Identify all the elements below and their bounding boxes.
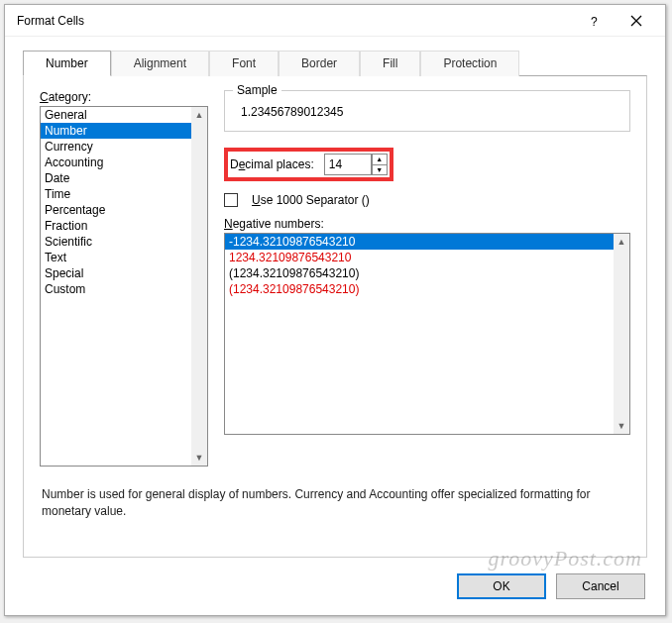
negative-format-item[interactable]: -1234.32109876543210 (225, 234, 614, 250)
category-item[interactable]: Percentage (41, 202, 191, 218)
scroll-track[interactable] (614, 250, 629, 418)
decimal-spinner[interactable]: ▲ ▼ (372, 154, 388, 175)
scroll-down-icon[interactable]: ▼ (191, 450, 207, 466)
scroll-up-icon[interactable]: ▲ (614, 234, 629, 250)
negative-numbers-listbox[interactable]: -1234.321098765432101234.32109876543210(… (224, 233, 630, 435)
category-item[interactable]: Time (41, 186, 191, 202)
content-area: Category: GeneralNumberCurrencyAccountin… (40, 90, 630, 467)
format-cells-dialog: Format Cells ? NumberAlignmentFontBorder… (4, 4, 666, 616)
category-item[interactable]: Special (41, 265, 191, 281)
cancel-button[interactable]: Cancel (556, 573, 645, 599)
scroll-track[interactable] (191, 123, 207, 450)
spinner-up-icon[interactable]: ▲ (373, 155, 387, 165)
decimal-places-input[interactable] (324, 154, 372, 175)
svg-text:?: ? (591, 15, 598, 27)
category-listbox[interactable]: GeneralNumberCurrencyAccountingDateTimeP… (40, 106, 208, 467)
spinner-down-icon[interactable]: ▼ (373, 165, 387, 175)
category-item[interactable]: Currency (41, 139, 191, 155)
tab-protection[interactable]: Protection (420, 51, 519, 76)
category-item[interactable]: General (41, 107, 191, 123)
tab-alignment[interactable]: Alignment (111, 51, 209, 76)
category-item[interactable]: Fraction (41, 218, 191, 234)
ok-button[interactable]: OK (457, 573, 546, 599)
scroll-down-icon[interactable]: ▼ (614, 418, 629, 434)
category-scrollbar[interactable]: ▲ ▼ (191, 107, 207, 466)
category-item[interactable]: Date (41, 170, 191, 186)
sample-legend: Sample (233, 83, 281, 97)
category-label: Category: (40, 90, 206, 106)
thousand-separator-checkbox[interactable] (224, 193, 238, 207)
negative-format-item[interactable]: 1234.32109876543210 (225, 250, 614, 265)
tab-strip: NumberAlignmentFontBorderFillProtection (23, 51, 665, 75)
category-item[interactable]: Number (41, 123, 191, 139)
description-text: Number is used for general display of nu… (40, 474, 630, 532)
category-item[interactable]: Accounting (41, 155, 191, 170)
negative-format-item[interactable]: (1234.32109876543210) (225, 281, 614, 297)
tab-fill[interactable]: Fill (360, 51, 420, 76)
category-item[interactable]: Text (41, 250, 191, 265)
help-button[interactable]: ? (574, 5, 616, 37)
titlebar: Format Cells ? (5, 5, 665, 37)
close-button[interactable] (616, 5, 657, 37)
decimal-highlight: Decimal places: ▲ ▼ (224, 148, 393, 181)
category-section: Category: GeneralNumberCurrencyAccountin… (40, 90, 206, 467)
category-item[interactable]: Custom (41, 281, 191, 297)
negative-scrollbar[interactable]: ▲ ▼ (614, 234, 629, 434)
window-title: Format Cells (17, 14, 574, 28)
category-item[interactable]: Scientific (41, 234, 191, 250)
help-icon: ? (589, 15, 601, 27)
negative-format-item[interactable]: (1234.32109876543210) (225, 265, 614, 281)
negative-numbers-label: Negative numbers: (224, 217, 630, 233)
dialog-footer: OK Cancel (5, 568, 665, 615)
decimal-places-label: Decimal places: (230, 157, 314, 171)
thousand-separator-label: Use 1000 Separator () (252, 193, 370, 207)
options-section: Sample 1.23456789012345 Decimal places: … (224, 90, 630, 467)
sample-group: Sample 1.23456789012345 (224, 90, 630, 132)
decimal-places-row: Decimal places: ▲ ▼ (224, 148, 630, 181)
tab-border[interactable]: Border (279, 51, 360, 76)
tab-number[interactable]: Number (23, 51, 111, 76)
sample-value: 1.23456789012345 (237, 101, 617, 119)
close-icon (630, 15, 642, 27)
scroll-up-icon[interactable]: ▲ (191, 107, 207, 123)
tab-panel-number: Category: GeneralNumberCurrencyAccountin… (23, 75, 647, 558)
thousand-separator-row: Use 1000 Separator () (224, 193, 630, 207)
tab-font[interactable]: Font (209, 51, 279, 76)
